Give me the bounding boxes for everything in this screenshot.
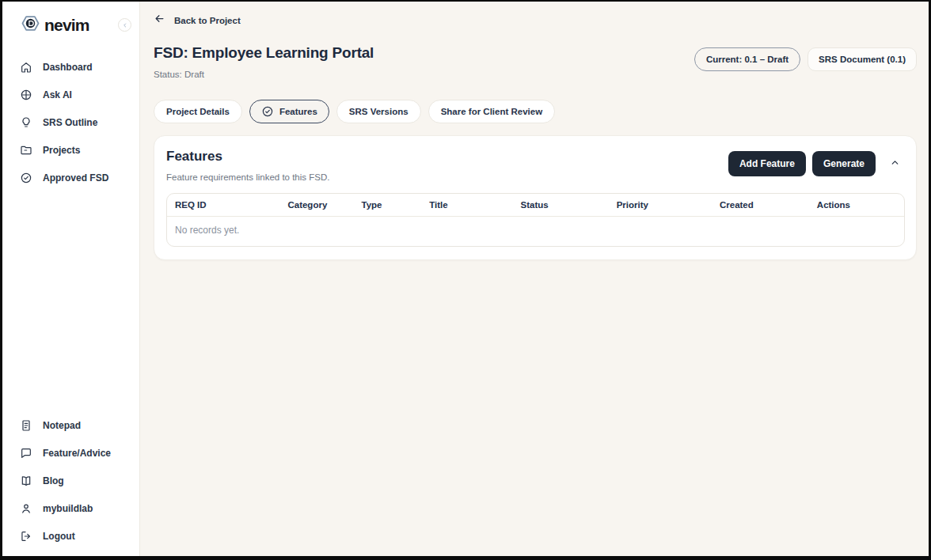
logout-icon	[20, 530, 32, 543]
book-icon	[20, 475, 32, 487]
sidebar-item[interactable]: mybuildlab	[2, 494, 139, 522]
column-header: REQ ID	[167, 194, 279, 216]
sidebar-item-label: Logout	[43, 531, 75, 542]
features-table-header: REQ ID Category Type Title Status Priori…	[167, 194, 904, 217]
column-header: Priority	[609, 194, 712, 216]
srs-document-button[interactable]: SRS Document (0.1)	[808, 47, 917, 71]
sidebar-collapse-button[interactable]	[118, 18, 131, 32]
column-header: Created	[712, 194, 809, 216]
page-header-right: Current: 0.1 – Draft SRS Document (0.1)	[694, 47, 917, 71]
column-header: Type	[354, 194, 422, 216]
sidebar-item-label: Dashboard	[43, 62, 93, 73]
user-icon	[20, 502, 32, 515]
app-window: nevim Dashboard Ask AI	[0, 0, 931, 560]
brand-logo[interactable]: nevim	[20, 13, 89, 37]
sidebar-item-label: Approved FSD	[43, 172, 108, 184]
tabs-bar: Project Details Features SRS Versions Sh…	[154, 100, 917, 123]
sidebar-footer-nav: Notepad Feature/Advice Blog mybuildlab	[2, 411, 139, 556]
tab[interactable]: SRS Versions	[336, 100, 421, 123]
lightbulb-icon	[20, 116, 32, 129]
tab[interactable]: Project Details	[154, 100, 242, 123]
main-content: Back to Project FSD: Employee Learning P…	[140, 2, 929, 556]
arrow-left-icon	[154, 13, 165, 28]
sidebar-item-label: Projects	[43, 145, 80, 156]
sidebar-item[interactable]: Projects	[2, 136, 139, 164]
sidebar-item-label: mybuildlab	[43, 503, 93, 514]
back-to-project-label: Back to Project	[174, 16, 241, 25]
globe-icon	[20, 89, 32, 101]
card-collapse-button[interactable]	[885, 156, 905, 172]
features-card-actions: Add Feature Generate	[728, 151, 905, 176]
tab[interactable]: Share for Client Review	[428, 100, 555, 123]
home-icon	[20, 61, 32, 74]
tab-label: Project Details	[166, 107, 230, 116]
column-header: Actions	[809, 194, 858, 216]
features-card-titles: Features Feature requirements linked to …	[166, 149, 329, 182]
add-feature-button[interactable]: Add Feature	[728, 151, 806, 176]
sidebar-item[interactable]: SRS Outline	[2, 108, 139, 136]
column-header: Title	[421, 194, 512, 216]
back-to-project-link[interactable]: Back to Project	[154, 13, 917, 28]
features-subtitle: Feature requirements linked to this FSD.	[166, 172, 329, 182]
column-header: Category	[279, 194, 353, 216]
features-table: REQ ID Category Type Title Status Priori…	[166, 193, 905, 247]
tab-label: Features	[279, 107, 317, 116]
sidebar-item[interactable]: Notepad	[2, 411, 139, 439]
sidebar-item[interactable]: Ask AI	[2, 81, 139, 108]
tab[interactable]: Features	[249, 100, 329, 123]
sidebar-item[interactable]: Blog	[2, 467, 139, 494]
tab-label: SRS Versions	[349, 107, 408, 116]
sidebar-item-label: SRS Outline	[43, 117, 97, 128]
check-circle-icon	[261, 105, 274, 118]
sidebar-item-label: Ask AI	[43, 89, 72, 100]
sidebar-item[interactable]: Dashboard	[2, 53, 139, 81]
page-header-left: FSD: Employee Learning Portal Status: Dr…	[154, 44, 374, 79]
folder-icon	[20, 144, 32, 157]
brand-name: nevim	[44, 16, 89, 35]
hexagon-bolt-icon	[20, 13, 41, 37]
sidebar-item-label: Feature/Advice	[43, 448, 111, 459]
chat-icon	[20, 447, 32, 460]
status-text: Status: Draft	[154, 70, 374, 79]
chevron-left-icon	[122, 19, 128, 31]
page-header: FSD: Employee Learning Portal Status: Dr…	[154, 44, 917, 79]
features-card: Features Feature requirements linked to …	[154, 135, 917, 260]
sidebar-nav: Dashboard Ask AI SRS Outline Projects	[2, 53, 139, 191]
features-title: Features	[166, 149, 329, 165]
sidebar-item[interactable]: Logout	[2, 522, 139, 550]
sidebar-item[interactable]: Feature/Advice	[2, 439, 139, 467]
current-version-pill[interactable]: Current: 0.1 – Draft	[694, 47, 800, 71]
sidebar-logo-row: nevim	[2, 2, 139, 44]
sidebar-item[interactable]: Approved FSD	[2, 164, 139, 191]
generate-button[interactable]: Generate	[812, 151, 876, 176]
column-header: Status	[513, 194, 609, 216]
check-circle-icon	[20, 172, 32, 184]
features-card-header: Features Feature requirements linked to …	[166, 149, 905, 182]
note-icon	[20, 419, 32, 432]
sidebar: nevim Dashboard Ask AI	[2, 2, 140, 556]
tab-label: Share for Client Review	[441, 107, 542, 116]
sidebar-item-label: Blog	[43, 475, 64, 486]
page-title: FSD: Employee Learning Portal	[154, 44, 374, 62]
empty-state-text: No records yet.	[167, 217, 904, 246]
sidebar-item-label: Notepad	[43, 420, 81, 431]
chevron-up-icon	[890, 157, 900, 170]
